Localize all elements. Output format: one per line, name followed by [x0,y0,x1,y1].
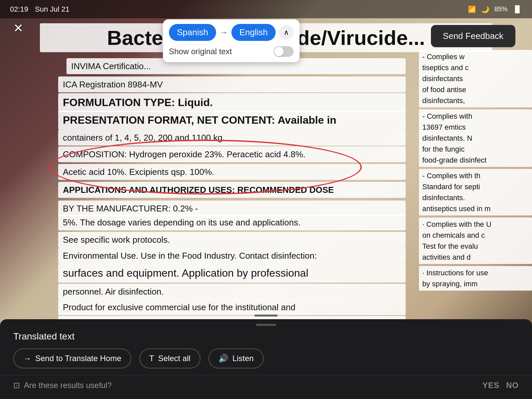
target-language-button[interactable]: English [231,24,276,41]
composition-line2: Acetic acid 10%. Excipients qsp. 100%. [58,164,406,180]
source-language-button[interactable]: Spanish [169,24,216,41]
close-button[interactable]: ✕ [10,20,27,37]
arrow-right-icon: → [23,354,31,363]
arrow-icon: → [219,27,228,38]
wifi-icon: 📶 [468,5,476,13]
protocols-line: See specific work protocols. [58,232,406,248]
right-column: - Complies w tiseptics and c disinfectan… [419,50,532,293]
language-selector-row: Spanish → English ∧ [169,24,294,41]
ica-line: ICA Registration 8984-MV [58,76,406,92]
feedback-no-button[interactable]: NO [506,381,519,390]
scroll-indicator [254,315,278,317]
bottom-buttons-row: → Send to Translate Home T Select all 🔊 … [0,342,532,375]
select-all-button[interactable]: T Select all [139,348,200,368]
bottom-panel: Translated text → Send to Translate Home… [0,319,532,399]
surfaces-line: surfaces and equipment. Application by p… [58,264,406,283]
product-line: Product for exclusive commercial use for… [58,299,406,315]
date-display: Sun Jul 21 [35,5,69,14]
main-content: Bactericide/Fungicide/Virucide... INVIMA… [0,18,532,319]
composition-line1: COMPOSITION: Hydrogen peroxide 23%. Pera… [58,146,406,162]
show-original-toggle[interactable] [274,46,294,57]
environmental-line: Environmental Use. Use in the Food Indus… [58,248,406,264]
close-icon: ✕ [13,22,23,34]
send-to-translate-label: Send to Translate Home [35,354,121,363]
formulation-line: FORMULATION TYPE: Liquid. [58,93,406,112]
show-original-label: Show original text [169,47,232,56]
translated-text-label: Translated text [0,326,532,342]
feedback-row: ⊡ Are these results useful? YES NO [0,375,532,390]
feedback-yes-button[interactable]: YES [482,381,499,390]
right-block-5: · Instructions for use by spraying, imm [419,266,532,291]
time-display: 02:19 [10,5,28,14]
status-bar: 02:19 Sun Jul 21 📶 🌙 85% ▐▌ [0,0,532,18]
collapse-chevron-icon[interactable]: ∧ [279,25,294,40]
applications-line: APPLICATIONS AND AUTHORIZED USES: RECOMM… [58,182,406,198]
battery-display: 85% [494,5,508,13]
presentation-line: PRESENTATION FORMAT, NET CONTENT: Availa… [58,111,406,130]
listen-label: Listen [232,354,254,363]
right-block-2: - Complies with 13697 emtics disinfectan… [419,109,532,167]
toggle-knob [274,47,284,56]
feedback-question-text: Are these results useful? [24,381,112,390]
text-select-icon: T [149,354,154,363]
speaker-icon: 🔊 [218,354,228,363]
show-original-toggle-row: Show original text [169,46,294,58]
status-left: 02:19 Sun Jul 21 [10,5,69,14]
right-block-3: - Complies with th Standard for septi di… [419,169,532,215]
feedback-buttons: YES NO [482,381,519,390]
send-to-translate-button[interactable]: → Send to Translate Home [13,348,131,368]
industrial-line: industrial sectors. [58,316,406,319]
containers-line: containers of 1, 4, 5, 20, 200 and 1100 … [58,130,406,146]
send-feedback-button[interactable]: Send Feedback [431,25,515,47]
feedback-question: ⊡ Are these results useful? [13,381,112,390]
select-all-label: Select all [158,354,190,363]
moon-icon: 🌙 [481,5,489,13]
right-block-4: · Complies with the U on chemicals and c… [419,217,532,264]
status-right: 📶 🌙 85% ▐▌ [468,5,522,13]
feedback-icon: ⊡ [13,381,20,390]
personnel-line: personnel. Air disinfection. [58,284,406,300]
battery-icon: ▐▌ [513,5,522,13]
listen-button[interactable]: 🔊 Listen [208,348,264,368]
translation-dropdown: Spanish → English ∧ Show original text [163,19,300,62]
document-area: Bactericide/Fungicide/Virucide... INVIMA… [0,18,532,319]
right-block-1: - Complies w tiseptics and c disinfectan… [419,50,532,107]
dosage-line: 5%. The dosage varies depending on its u… [58,214,406,230]
